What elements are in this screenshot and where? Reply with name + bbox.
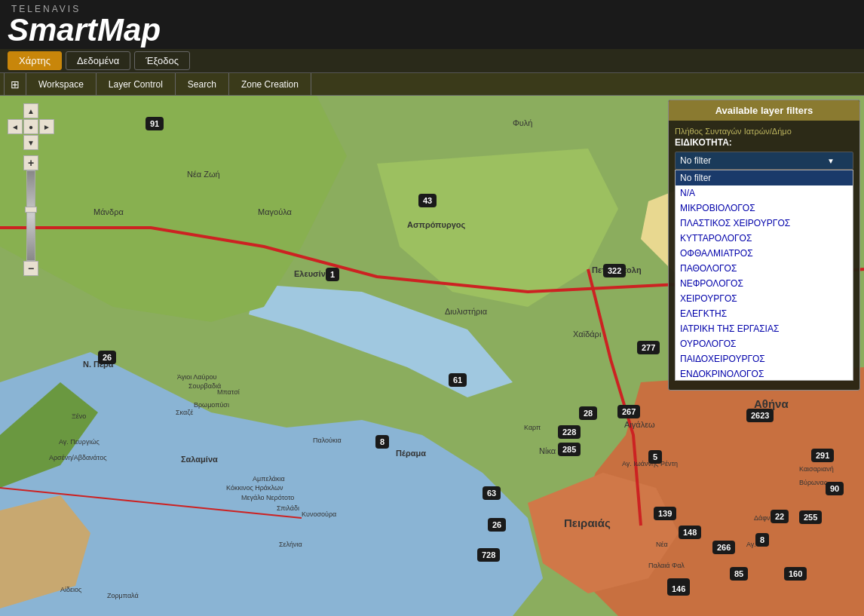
cluster-marker-c29[interactable]: 146 [667, 582, 690, 596]
filter-option-9[interactable]: ΕΛΕΓΚΤΗΣ [676, 306, 853, 321]
filter-selected-value: No filter [680, 155, 711, 166]
cluster-marker-c6[interactable]: 277 [637, 341, 660, 354]
grid-icon-button[interactable]: ⊞ [4, 73, 26, 95]
cluster-marker-c9[interactable]: 28 [579, 406, 597, 420]
cluster-marker-c4[interactable]: 322 [603, 264, 626, 277]
cluster-marker-c19[interactable]: 139 [654, 507, 676, 520]
filter-option-11[interactable]: ΟΥΡΟΛΟΓΟΣ [676, 336, 853, 351]
zoom-out-button[interactable]: − [23, 261, 38, 276]
cluster-marker-c24[interactable]: 266 [712, 541, 735, 554]
cluster-marker-c23[interactable]: 8 [755, 533, 769, 547]
cluster-marker-c7[interactable]: 61 [449, 373, 467, 387]
nav-empty-br [39, 135, 54, 150]
cluster-marker-c1[interactable]: 91 [146, 117, 164, 130]
chevron-down-icon: ▼ [827, 157, 835, 165]
zoom-in-button[interactable]: + [23, 155, 38, 170]
cluster-marker-c25[interactable]: 728 [477, 548, 500, 562]
filter-panel: Available layer filters Πλήθος Συνταγών … [668, 100, 860, 391]
filter-option-10[interactable]: ΙΑΤΡΙΚΗ ΤΗΣ ΕΡΓΑΣΙΑΣ [676, 321, 853, 336]
filter-option-13[interactable]: ΕΝΔΟΚΡΙΝΟΛΟΓΟΣ [676, 366, 853, 381]
cluster-marker-c20[interactable]: 148 [679, 526, 701, 539]
filter-option-6[interactable]: ΠΑΘΟΛΟΓΟΣ [676, 261, 853, 276]
cluster-marker-c5[interactable]: 26 [98, 351, 116, 364]
cluster-marker-c2[interactable]: 43 [418, 194, 437, 207]
cluster-marker-c21[interactable]: 22 [771, 510, 789, 523]
toolbar-btn-layer-control[interactable]: Layer Control [97, 73, 176, 95]
app-header: TELENAVIS SmartMap [0, 0, 864, 49]
filter-select-display[interactable]: No filter ▼ [675, 152, 853, 170]
cluster-marker-c15[interactable]: 291 [811, 449, 834, 462]
zoom-slider[interactable] [26, 170, 35, 261]
filter-option-4[interactable]: ΚΥΤΤΑΡΟΛΟΓΟΣ [676, 231, 853, 246]
nav-empty-tl [8, 103, 23, 118]
filter-panel-title: Available layer filters [669, 100, 859, 121]
filter-dropdown[interactable]: No filterΝ/ΑΜΙΚΡΟΒΙΟΛΟΓΟΣΠΛΑΣΤΙΚΟΣ ΧΕΙΡΟ… [675, 170, 853, 381]
filter-option-3[interactable]: ΠΛΑΣΤΙΚΟΣ ΧΕΙΡΟΥΡΓΟΣ [676, 216, 853, 231]
nav-up-button[interactable]: ▲ [23, 103, 38, 118]
filter-option-5[interactable]: ΟΦΘΑΛΜΙΑΤΡΟΣ [676, 246, 853, 261]
cluster-marker-c27[interactable]: 160 [784, 567, 807, 581]
cluster-marker-c13[interactable]: 5 [648, 450, 662, 464]
toolbar-btn-search[interactable]: Search [176, 73, 229, 95]
app-title: SmartMap [8, 14, 161, 46]
nav-btn-exodos[interactable]: Έξοδος [134, 51, 190, 70]
nav-btn-xarths[interactable]: Χάρτης [8, 51, 62, 70]
cluster-marker-c8[interactable]: 8 [375, 435, 389, 449]
nav-left-button[interactable]: ◄ [8, 119, 23, 134]
toolbar-btn-workspace[interactable]: Workspace [26, 73, 97, 95]
filter-option-7[interactable]: ΝΕΦΡΟΛΟΓΟΣ [676, 276, 853, 291]
filter-option-2[interactable]: ΜΙΚΡΟΒΙΟΛΟΓΟΣ [676, 201, 853, 216]
map-container[interactable]: ▲ ◄ ● ► ▼ + − Available layer filters Πλ… [0, 96, 864, 616]
filter-option-12[interactable]: ΠΑΙΔΟΧΕΙΡΟΥΡΓΟΣ [676, 351, 853, 366]
filter-option-8[interactable]: ΧΕΙΡΟΥΡΓΟΣ [676, 291, 853, 306]
cluster-marker-c3[interactable]: 1 [326, 268, 339, 281]
nav-down-button[interactable]: ▼ [23, 135, 38, 150]
navbar: ΧάρτηςΔεδομέναΈξοδος [0, 49, 864, 73]
filter-option-1[interactable]: Ν/Α [676, 185, 853, 201]
map-controls: ▲ ◄ ● ► ▼ + − [8, 103, 54, 276]
nav-btn-dedomena[interactable]: Δεδομένα [66, 51, 130, 70]
nav-empty-bl [8, 135, 23, 150]
cluster-marker-c16[interactable]: 90 [826, 482, 844, 495]
cluster-marker-c26[interactable]: 85 [730, 567, 748, 581]
cluster-marker-c22[interactable]: 255 [799, 510, 822, 524]
cluster-marker-c17[interactable]: 63 [483, 486, 501, 500]
filter-layer-label: Πλήθος Συνταγών Ιατρών/Δήμο [675, 127, 853, 136]
nav-right-button[interactable]: ► [39, 119, 54, 134]
cluster-marker-c10[interactable]: 267 [617, 405, 640, 418]
zoom-control: + − [23, 155, 38, 276]
nav-empty-tr [39, 103, 54, 118]
filter-panel-body: Πλήθος Συνταγών Ιατρών/Δήμο ΕΙΔΙΚΟΤΗΤΑ: … [669, 121, 859, 390]
cluster-marker-c14[interactable]: 2623 [746, 409, 774, 422]
cluster-marker-c18[interactable]: 26 [488, 518, 506, 532]
logo: TELENAVIS SmartMap [8, 4, 161, 46]
nav-center-button[interactable]: ● [23, 119, 38, 134]
toolbar: ⊞ WorkspaceLayer ControlSearchZone Creat… [0, 73, 864, 96]
cluster-marker-c12[interactable]: 285 [558, 443, 581, 456]
filter-option-0[interactable]: No filter [676, 170, 853, 185]
filter-select-container: No filter ▼ No filterΝ/ΑΜΙΚΡΟΒΙΟΛΟΓΟΣΠΛΑ… [675, 152, 853, 381]
toolbar-btn-zone-creation[interactable]: Zone Creation [229, 73, 311, 95]
filter-subtitle: ΕΙΔΙΚΟΤΗΤΑ: [675, 137, 853, 148]
zoom-thumb [25, 207, 37, 213]
cluster-marker-c11[interactable]: 228 [558, 425, 581, 439]
